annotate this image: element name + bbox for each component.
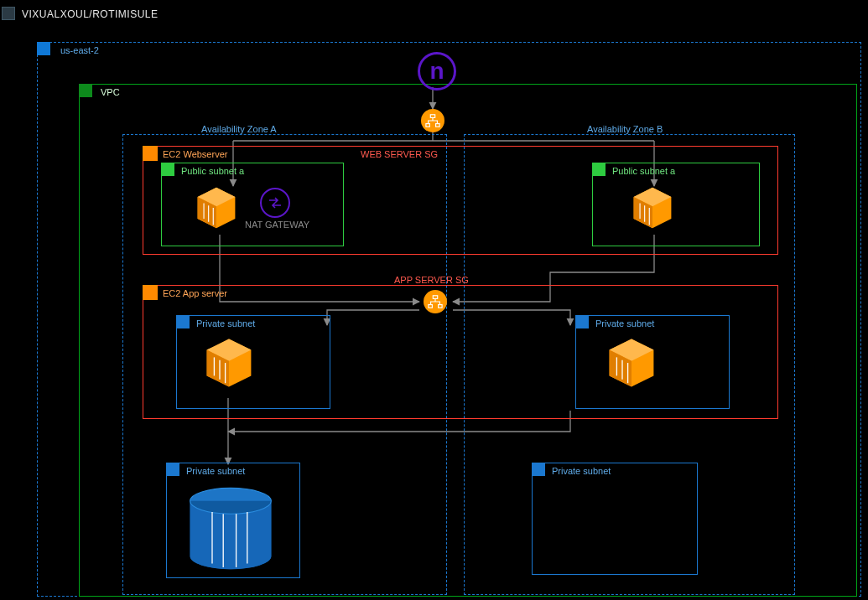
nat-gateway-icon bbox=[260, 188, 290, 218]
svg-rect-7 bbox=[430, 115, 434, 118]
private-db-b-label: Private subnet bbox=[552, 466, 611, 476]
private-subnet-a-label: Private subnet bbox=[196, 318, 255, 328]
public-subnet-a-label: Public subnet a bbox=[181, 166, 244, 176]
namecheap-icon: n bbox=[418, 52, 456, 91]
diagram-canvas: VIXUALXOUL/ROTIMISULE bbox=[0, 0, 868, 600]
nat-gateway-label: NAT GATEWAY bbox=[245, 220, 309, 230]
region-label: us-east-2 bbox=[60, 45, 99, 55]
ec2-icon bbox=[604, 335, 659, 391]
elb-web-icon bbox=[421, 109, 444, 132]
svg-rect-24 bbox=[439, 305, 443, 308]
ec2-web-square-icon bbox=[143, 146, 158, 161]
ec2-app-square-icon bbox=[143, 285, 158, 300]
svg-rect-23 bbox=[429, 305, 433, 308]
region-square-icon bbox=[37, 42, 50, 55]
private-db-a-square-icon bbox=[166, 463, 179, 476]
private-db-a-label: Private subnet bbox=[186, 466, 245, 476]
ec2-app-label: EC2 App server bbox=[163, 288, 227, 298]
public-subnet-b-square-icon bbox=[592, 163, 606, 176]
vpc-square-icon bbox=[79, 84, 92, 97]
private-subnet-b-square-icon bbox=[575, 315, 589, 328]
public-subnet-b-label: Public subnet a bbox=[612, 166, 675, 176]
az-a-label: Availability Zone A bbox=[201, 124, 277, 134]
private-db-b-square-icon bbox=[532, 463, 545, 476]
web-sg-label: WEB SERVER SG bbox=[361, 149, 438, 159]
ec2-icon bbox=[629, 184, 676, 231]
private-subnet-a-square-icon bbox=[176, 315, 190, 328]
svg-rect-9 bbox=[436, 124, 440, 127]
private-subnet-b-label: Private subnet bbox=[595, 318, 654, 328]
ec2-icon bbox=[201, 335, 257, 391]
svg-rect-8 bbox=[426, 124, 430, 127]
az-b-label: Availability Zone B bbox=[587, 124, 663, 134]
elb-app-icon bbox=[424, 290, 447, 313]
svg-rect-22 bbox=[433, 296, 437, 299]
public-subnet-a-square-icon bbox=[161, 163, 174, 176]
ec2-icon bbox=[193, 184, 240, 231]
app-sg-label: APP SERVER SG bbox=[394, 275, 469, 285]
ec2-web-label: EC2 Webserver bbox=[163, 149, 227, 159]
database-icon bbox=[185, 484, 277, 577]
vpc-label: VPC bbox=[101, 87, 120, 97]
private-db-subnet-b bbox=[532, 463, 698, 575]
